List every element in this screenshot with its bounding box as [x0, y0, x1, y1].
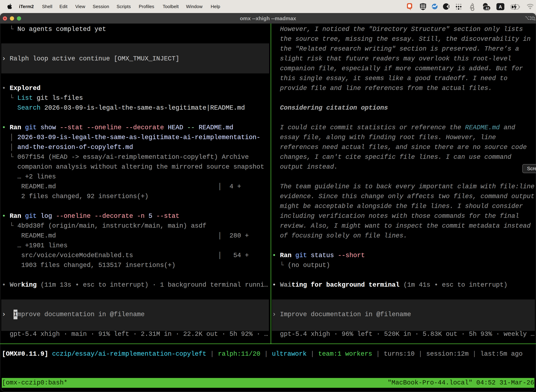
svg-text:1: 1	[533, 16, 536, 21]
svg-text:..61: ..61	[484, 6, 490, 10]
svg-text:A: A	[499, 4, 502, 9]
